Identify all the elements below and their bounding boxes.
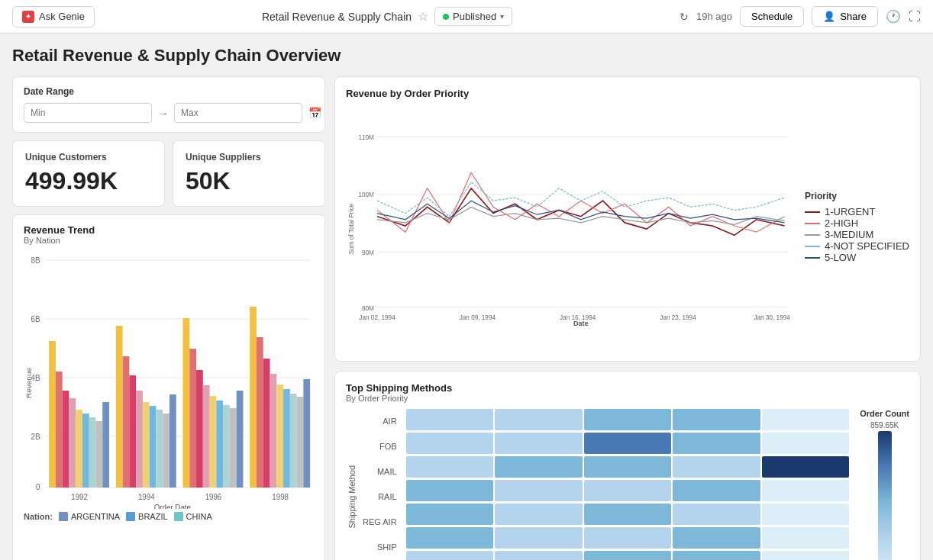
svg-text:8B: 8B: [31, 256, 40, 265]
colorbar-area: Order Count 859.65K 854.95K: [854, 409, 909, 560]
cell-air-notspec: [673, 409, 760, 430]
calendar-icon[interactable]: 📅: [308, 107, 321, 119]
svg-text:6B: 6B: [31, 315, 40, 323]
svg-text:110M: 110M: [358, 134, 374, 141]
svg-rect-37: [237, 391, 244, 488]
fullscreen-icon[interactable]: ⛶: [909, 10, 921, 24]
share-label: Share: [840, 11, 867, 22]
share-button[interactable]: 👤 Share: [812, 6, 878, 27]
date-range-label: Date Range: [24, 86, 314, 97]
svg-text:90M: 90M: [362, 249, 374, 256]
svg-rect-26: [156, 410, 163, 488]
cell-truck-high: [495, 551, 583, 560]
revenue-trend-title: Revenue Trend: [24, 224, 314, 236]
history-icon[interactable]: 🕐: [886, 9, 901, 24]
svg-rect-24: [143, 402, 150, 488]
schedule-button[interactable]: Schedule: [740, 6, 804, 27]
svg-rect-13: [63, 391, 69, 488]
svg-rect-41: [270, 374, 277, 488]
cell-rail-urgent: [406, 480, 494, 501]
cell-fob-notspec: [673, 433, 760, 454]
argentina-swatch: [59, 512, 68, 521]
cell-ship-notspec: [673, 527, 760, 549]
shipping-method-label: Shipping Method: [347, 465, 357, 529]
svg-rect-44: [290, 394, 297, 488]
svg-rect-39: [257, 337, 263, 488]
ask-genie-label: Ask Genie: [39, 11, 85, 22]
dashboard-grid: Date Range → 📅 Unique Customers 499.99K …: [12, 76, 921, 560]
unique-customers-card: Unique Customers 499.99K: [12, 140, 165, 207]
refresh-icon[interactable]: ↻: [680, 11, 689, 23]
cell-mail-medium: [584, 456, 672, 478]
cell-rail-low: [762, 480, 850, 501]
cell-ship-urgent: [406, 527, 494, 549]
cell-air-high: [495, 409, 583, 430]
svg-rect-17: [89, 417, 96, 488]
cell-regair-urgent: [406, 504, 494, 525]
svg-rect-19: [102, 402, 109, 488]
heatmap-row-air: [406, 409, 850, 430]
share-icon: 👤: [823, 11, 835, 22]
legend-item-low: 5-LOW: [805, 252, 909, 263]
svg-text:1992: 1992: [71, 493, 88, 501]
not-specified-line: [805, 246, 820, 247]
cell-truck-urgent: [406, 551, 494, 560]
svg-text:Revenue: Revenue: [24, 367, 33, 397]
chevron-down-icon: ▾: [500, 12, 504, 21]
svg-rect-32: [203, 385, 210, 488]
topbar: ✦ Ask Genie Retail Revenue & Supply Chai…: [0, 0, 933, 34]
heatmap-y-labels: AIR FOB MAIL RAIL REG AIR SHIP TRUCK: [363, 409, 402, 560]
y-label-air: AIR: [363, 417, 397, 426]
svg-text:1994: 1994: [138, 493, 155, 501]
china-swatch: [174, 512, 183, 521]
y-label-regair: REG AIR: [363, 517, 397, 526]
svg-text:Order Date: Order Date: [154, 504, 192, 509]
shipping-title: Top Shipping Methods: [346, 382, 909, 394]
svg-rect-42: [276, 385, 283, 488]
shipping-heatmap-panel: Top Shipping Methods By Order Priority S…: [334, 371, 921, 560]
published-badge[interactable]: Published ▾: [434, 7, 512, 26]
date-range-panel: Date Range → 📅: [12, 76, 325, 133]
svg-rect-23: [136, 391, 143, 488]
cell-ship-medium: [584, 527, 672, 549]
published-dot: [443, 14, 449, 20]
unique-customers-value: 499.99K: [25, 167, 152, 195]
legend-item-argentina: ARGENTINA: [59, 512, 120, 521]
page-title: Retail Revenue & Supply Chain Overview: [12, 46, 921, 66]
cell-fob-high: [495, 433, 583, 454]
svg-rect-12: [56, 372, 63, 488]
svg-rect-46: [303, 379, 310, 488]
argentina-label: ARGENTINA: [71, 512, 120, 521]
svg-text:100M: 100M: [358, 191, 374, 198]
y-label-fob: FOB: [363, 442, 397, 451]
favorite-icon[interactable]: ☆: [418, 9, 428, 24]
cell-mail-low: [762, 456, 850, 478]
heatmap-row-mail: [406, 456, 850, 478]
heatmap-row-fob: [406, 433, 850, 454]
date-min-input[interactable]: [24, 103, 152, 123]
shipping-y-axis-title: Shipping Method: [346, 409, 358, 560]
cell-truck-medium: [584, 551, 672, 560]
svg-rect-16: [82, 414, 89, 488]
svg-text:Jan 23, 1994: Jan 23, 1994: [660, 314, 696, 321]
published-label: Published: [453, 11, 496, 22]
revenue-trend-subtitle: By Nation: [24, 236, 314, 245]
ask-genie-button[interactable]: ✦ Ask Genie: [12, 6, 95, 27]
cell-truck-notspec: [673, 551, 760, 560]
cell-regair-high: [495, 504, 583, 525]
svg-rect-28: [169, 394, 176, 488]
cell-truck-low: [762, 551, 850, 560]
svg-rect-40: [263, 359, 270, 488]
svg-rect-45: [297, 397, 304, 488]
topbar-center: Retail Revenue & Supply Chain ☆ Publishe…: [262, 7, 512, 26]
cell-mail-urgent: [406, 456, 494, 478]
date-max-input[interactable]: [174, 103, 302, 123]
svg-rect-14: [69, 398, 76, 488]
legend-item-urgent: 1-URGENT: [805, 206, 909, 217]
legend-item-brazil: BRAZIL: [126, 512, 168, 521]
svg-rect-29: [183, 318, 190, 488]
genie-icon: ✦: [22, 11, 34, 23]
urgent-line: [805, 211, 820, 213]
revenue-trend-panel: Revenue Trend By Nation 8B 6B 4B 2B 0 Re…: [12, 214, 325, 560]
svg-rect-30: [189, 349, 196, 488]
